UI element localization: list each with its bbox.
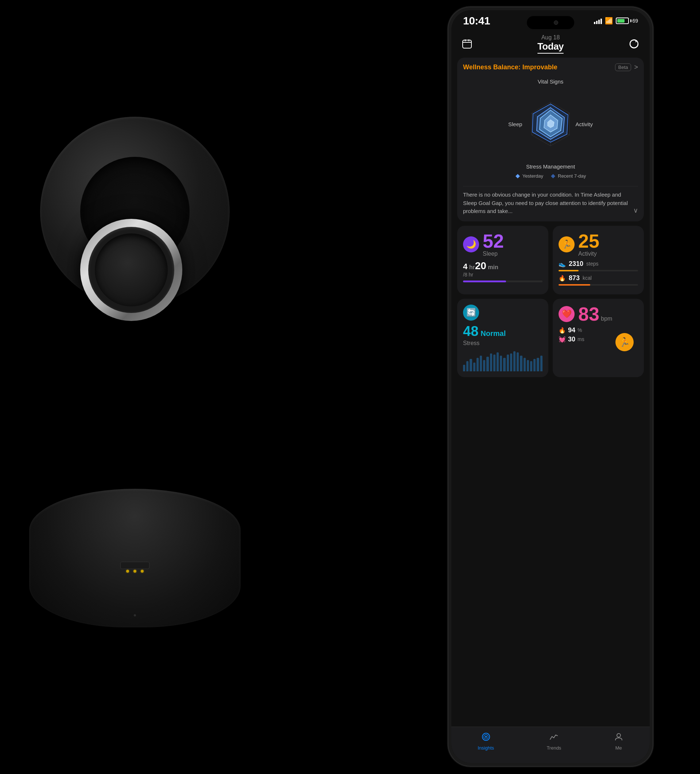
phone-screen: 10:41 📶 69 [451,10,650,763]
nav-date: Aug 18 [542,34,560,41]
signal-icon [594,18,602,24]
hr-value: 83 [578,303,599,325]
stress-bar [500,356,502,371]
stress-bar [470,359,472,371]
svg-marker-17 [515,174,520,179]
stress-bar [513,351,515,371]
steps-row: 👟 2310 steps [558,260,638,268]
status-time: 10:41 [463,15,490,27]
radar-bottom-label: Stress Management [526,164,575,170]
sleep-header: 🌙 52 Sleep [463,232,543,257]
insights-icon [481,732,491,744]
stress-icon: 🔄 [463,304,479,321]
battery-fill [617,19,624,23]
refresh-button[interactable] [627,37,641,51]
stress-value: 48 [463,324,478,339]
legend-yesterday-label: Yesterday [522,173,543,179]
svg-marker-18 [551,174,555,179]
activity-score: 25 [578,232,599,251]
front-camera [554,20,558,25]
nav-header: Aug 18 Today [451,31,650,55]
nav-center: Aug 18 Today [537,34,564,54]
stress-bar [483,360,485,371]
legend-yesterday: Yesterday [515,173,543,179]
fire-icon: 🔥 [558,327,566,334]
wellness-status: Improvable [522,63,558,71]
steps-value: 2310 [569,260,583,268]
activity-details: 👟 2310 steps 🔥 873 kcal [558,260,638,286]
sleep-card[interactable]: 🌙 52 Sleep 4 hr20 min /8 hr [457,226,548,294]
stress-bar [507,354,509,371]
smart-ring [80,219,182,321]
sleep-progress-fill [463,281,506,282]
pin-1 [126,570,129,573]
chevron-right-icon[interactable]: > [634,63,638,71]
metrics-grid: 🌙 52 Sleep 4 hr20 min /8 hr [457,226,644,377]
stress-bar [510,354,512,371]
pin-2 [134,570,136,573]
radar-svg [514,91,587,157]
heart-icon: ❤️ [558,306,575,322]
stress-bar [540,356,543,371]
sleep-minutes: 20 [475,260,486,271]
phone-frame: 10:41 📶 69 [448,7,652,766]
flame-icon: 🔥 [558,275,566,281]
insights-label: Insights [477,745,494,751]
wellness-card: Wellness Balance: Improvable Beta > Vita… [457,58,644,222]
case-connector [121,562,150,569]
hrv-icon: 💓 [558,336,566,343]
battery-box [616,18,629,24]
sleep-icon: 🌙 [463,237,479,252]
ring-inner [95,233,168,306]
nav-me[interactable]: Me [614,732,623,751]
battery-tip [631,19,631,22]
stress-bar [533,359,536,371]
wifi-icon: 📶 [605,17,613,25]
kcal-bar [558,284,638,286]
signal-bar-1 [594,22,595,24]
heart-rate-card[interactable]: ❤️ 83 bpm 🔥 94 % [553,299,644,377]
activity-score-group: 25 Activity [578,232,599,257]
me-label: Me [616,745,622,751]
activity-card[interactable]: 🏃 25 Activity 👟 2310 steps [553,226,644,294]
ring-wrapper [80,219,182,321]
sleep-progress-bar [463,281,543,282]
stress-bar [537,358,539,371]
sleep-time: 4 hr20 min [463,260,543,272]
ring-device [29,117,241,627]
wellness-description: There is no obvious change in your condi… [463,186,638,215]
steps-unit: steps [586,261,598,266]
sleep-score: 52 [483,232,504,251]
charging-pins [126,570,144,573]
hrv-pct-value: 94 [568,326,575,334]
wellness-label: Wellness Balance: [463,63,521,71]
activity-label: Activity [578,251,599,257]
stress-card[interactable]: 🔄 48 Normal Stress [457,299,548,377]
status-icons: 📶 69 [594,17,638,25]
wellness-header: Wellness Balance: Improvable Beta > [463,63,638,71]
app-content: Aug 18 Today [451,31,650,763]
stress-bar [520,356,522,371]
kcal-value: 873 [569,274,579,282]
stress-bar [477,358,479,371]
nav-insights[interactable]: Insights [477,732,494,751]
sleep-hours: 4 [463,262,467,271]
stress-value-row: 48 Normal [463,324,543,339]
stress-bar [497,352,499,371]
svg-point-21 [485,736,487,738]
stress-bar [473,362,475,371]
radar-legend: Yesterday Recent 7-day [515,173,586,179]
stress-bar [503,358,505,371]
phone: 10:41 📶 69 [448,7,652,766]
sleep-goal: /8 hr [463,272,543,278]
stress-bar [493,354,495,371]
activity-fab-button[interactable]: 🏃 [616,333,634,351]
wellness-expand-icon[interactable]: ∨ [633,206,638,215]
stress-bar [486,357,489,371]
calendar-button[interactable] [460,37,474,51]
hr-score-group: 83 bpm [578,304,612,324]
battery-text: 69 [632,18,638,24]
nav-trends[interactable]: Trends [546,732,561,751]
stress-bar [490,354,492,371]
steps-bar [558,270,638,271]
